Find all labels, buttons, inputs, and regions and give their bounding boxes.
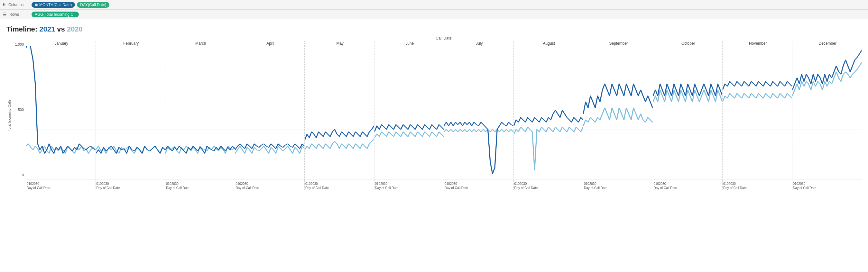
y-axis: 1,000 500 0 (12, 41, 26, 190)
day-of-call-label: Day of Call Date (445, 186, 468, 190)
rows-icon: ☰ (3, 12, 7, 17)
chart-area: Total Incoming Calls 1,000 500 0 January… (6, 41, 862, 190)
x-tick: 20 (172, 182, 175, 185)
x-tick: 10 (795, 182, 798, 185)
chart-container: Call Date Total Incoming Calls 1,000 500… (0, 36, 868, 196)
day-of-call-label: Day of Call Date (375, 186, 399, 190)
x-axis-col-april: 0102030Day of Call Date (235, 181, 305, 190)
x-tick: 10 (725, 182, 729, 185)
month-header-february: February (96, 41, 165, 46)
x-axis-col-august: 0102030Day of Call Date (514, 181, 583, 190)
month-chart-february (96, 46, 165, 181)
x-tick: 30 (175, 182, 179, 185)
month-header-april: April (235, 41, 305, 46)
x-tick: 20 (450, 182, 454, 185)
x-axis-col-may: 0102030Day of Call Date (304, 181, 374, 190)
x-tick: 20 (798, 182, 802, 185)
month-chart-august (514, 46, 583, 181)
x-tick: 10 (377, 182, 380, 185)
month-header-june: June (374, 41, 444, 46)
x-tick: 30 (802, 182, 805, 185)
x-tick: 10 (586, 182, 589, 185)
month-header-october: October (653, 41, 722, 46)
y-axis-label: Total Incoming Calls (6, 41, 12, 190)
x-tick: 10 (238, 182, 241, 185)
month-header-july: July (444, 41, 514, 46)
month-chart-september (583, 46, 653, 181)
month-chart-january (26, 46, 96, 181)
month-header-december: December (792, 41, 862, 46)
rows-toolbar: ☰ Rows AGG(Total Incoming C.. (0, 10, 868, 19)
x-tick: 20 (311, 182, 314, 185)
y-tick-0: 0 (12, 173, 24, 177)
month-chart-october (653, 46, 722, 181)
x-tick: 30 (454, 182, 457, 185)
x-axis-col-march: 0102030Day of Call Date (165, 181, 235, 190)
x-tick: 30 (593, 182, 596, 185)
columns-toolbar: ⠿ Columns ▦ MONTH(Call Date) DAY(Call Da… (0, 0, 868, 10)
x-tick: 20 (589, 182, 593, 185)
x-axis-col-june: 0102030Day of Call Date (374, 181, 444, 190)
day-of-call-label: Day of Call Date (584, 186, 608, 190)
x-tick: 10 (446, 182, 450, 185)
x-tick: 20 (729, 182, 732, 185)
month-chart-may (304, 46, 374, 181)
month-chart-july (444, 46, 514, 181)
x-tick: 30 (384, 182, 388, 185)
month-headers: JanuaryFebruaryMarchAprilMayJuneJulyAugu… (26, 41, 862, 46)
x-tick: 20 (241, 182, 245, 185)
day-of-call-label: Day of Call Date (236, 186, 259, 190)
x-tick: 30 (245, 182, 248, 185)
x-tick: 10 (516, 182, 520, 185)
day-pill[interactable]: DAY(Call Date) (77, 2, 110, 8)
x-axis-col-january: 0102030Day of Call Date (26, 181, 96, 190)
x-axis-title: Call Date (26, 36, 862, 40)
x-tick: 30 (105, 182, 109, 185)
rows-label: ☰ Rows (3, 12, 32, 17)
x-tick: 20 (32, 182, 36, 185)
month-chart-march (165, 46, 235, 181)
day-of-call-label: Day of Call Date (305, 186, 329, 190)
month-chart-november (722, 46, 792, 181)
month-header-january: January (26, 41, 96, 46)
day-of-call-label: Day of Call Date (515, 186, 538, 190)
months-container: JanuaryFebruaryMarchAprilMayJuneJulyAugu… (26, 41, 862, 190)
month-chart-june (374, 46, 444, 181)
x-tick: 10 (655, 182, 659, 185)
x-axis-col-november: 0102030Day of Call Date (722, 181, 792, 190)
x-axis-row: 0102030Day of Call Date0102030Day of Cal… (26, 181, 862, 190)
x-axis-col-february: 0102030Day of Call Date (96, 181, 165, 190)
x-tick: 30 (732, 182, 736, 185)
month-header-september: September (583, 41, 653, 46)
y-tick-1000: 1,000 (12, 42, 24, 46)
x-tick: 10 (98, 182, 102, 185)
month-header-november: November (722, 41, 792, 46)
title-area: Timeline: 2021 vs 2020 (0, 19, 868, 36)
day-of-call-label: Day of Call Date (96, 186, 120, 190)
day-of-call-label: Day of Call Date (654, 186, 677, 190)
x-tick: 30 (662, 182, 666, 185)
columns-label: ⠿ Columns (3, 2, 32, 7)
month-header-march: March (165, 41, 235, 46)
month-chart-december (792, 46, 862, 181)
x-tick: 20 (520, 182, 523, 185)
month-chart-april (235, 46, 305, 181)
columns-icon: ⠿ (3, 2, 6, 7)
month-header-may: May (304, 41, 374, 46)
x-axis-col-september: 0102030Day of Call Date (583, 181, 653, 190)
x-tick: 10 (29, 182, 32, 185)
x-axis-col-october: 0102030Day of Call Date (653, 181, 722, 190)
month-header-august: August (514, 41, 583, 46)
charts-row (26, 46, 862, 181)
day-of-call-label: Day of Call Date (27, 186, 50, 190)
y-tick-500: 500 (12, 108, 24, 111)
x-axis-col-july: 0102030Day of Call Date (444, 181, 514, 190)
x-tick: 30 (523, 182, 527, 185)
chart-title: Timeline: 2021 vs 2020 (6, 25, 862, 33)
agg-pill[interactable]: AGG(Total Incoming C.. (32, 11, 79, 18)
x-axis-col-december: 0102030Day of Call Date (792, 181, 862, 190)
x-tick: 20 (102, 182, 105, 185)
x-tick: 20 (659, 182, 662, 185)
x-tick: 10 (168, 182, 172, 185)
month-pill[interactable]: ▦ MONTH(Call Date) (32, 2, 75, 8)
